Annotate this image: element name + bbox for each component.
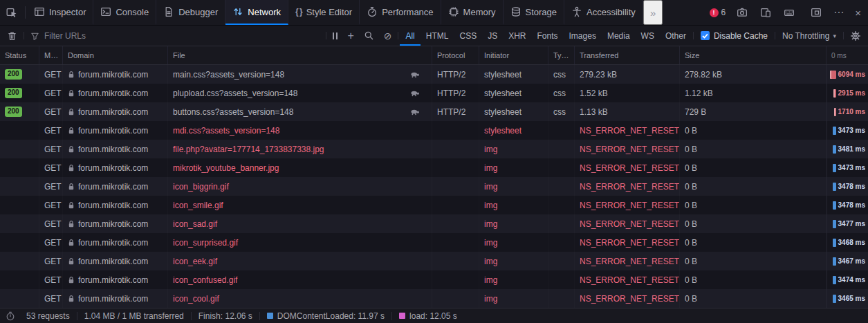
cell-file: mdi.css?assets_version=148 xyxy=(168,121,432,140)
table-row[interactable]: GETforum.mikrotik.comicon_confused.gifim… xyxy=(0,270,868,289)
cell-waterfall: 3465 ms xyxy=(827,289,868,308)
console-icon xyxy=(100,6,111,17)
new-request-button[interactable]: + xyxy=(342,26,358,46)
filter-media-button[interactable]: Media xyxy=(602,26,636,46)
table-row[interactable]: GETforum.mikrotik.comicon_eek.gifimgNS_E… xyxy=(0,252,868,270)
pause-recording-button[interactable] xyxy=(328,26,342,46)
cell-domain: forum.mikrotik.com xyxy=(63,158,168,177)
cell-initiator: img xyxy=(479,270,548,289)
tab-console[interactable]: Console xyxy=(93,0,156,25)
tab-debugger[interactable]: Debugger xyxy=(156,0,225,25)
tab-style-editor[interactable]: { }Style Editor xyxy=(288,0,360,25)
responsive-mode-button[interactable] xyxy=(754,7,777,18)
cell-initiator: img xyxy=(479,289,548,308)
checkbox-checked-icon xyxy=(701,31,710,40)
cell-file: icon_confused.gif xyxy=(168,270,432,289)
tab-network[interactable]: Network xyxy=(225,0,288,25)
iframe-picker-button[interactable] xyxy=(804,7,828,18)
table-row[interactable]: GETforum.mikrotik.comicon_sad.gifimgNS_E… xyxy=(0,214,868,233)
filter-fonts-button[interactable]: Fonts xyxy=(532,26,564,46)
clear-requests-button[interactable] xyxy=(2,26,22,46)
camera-icon xyxy=(737,7,748,18)
table-row[interactable]: 200GETforum.mikrotik.combuttons.css?asse… xyxy=(0,102,868,121)
column-header-initiator[interactable]: Initiator xyxy=(479,46,548,64)
cell-type xyxy=(548,252,575,270)
filter-ws-button[interactable]: WS xyxy=(636,26,660,46)
column-header-status[interactable]: Status xyxy=(0,46,39,64)
separator xyxy=(326,32,326,39)
pause-icon xyxy=(333,33,338,39)
cell-initiator: img xyxy=(479,214,548,233)
column-header-ty[interactable]: Ty… xyxy=(548,46,575,64)
statusbar: 53 requests 1.04 MB / 1 MB transferred F… xyxy=(0,308,868,323)
network-settings-button[interactable] xyxy=(845,26,866,46)
filter-images-button[interactable]: Images xyxy=(564,26,602,46)
tab-performance[interactable]: Performance xyxy=(360,0,441,25)
request-count[interactable]: 53 requests xyxy=(19,311,77,321)
waterfall-bar xyxy=(833,220,836,228)
cell-initiator: img xyxy=(479,252,548,270)
filter-all-button[interactable]: All xyxy=(400,26,420,46)
waterfall-time: 3481 ms xyxy=(838,145,865,153)
search-icon xyxy=(364,30,374,41)
filter-js-button[interactable]: JS xyxy=(482,26,503,46)
tab-inspector[interactable]: Inspector xyxy=(27,0,93,25)
disable-cache-toggle[interactable]: Disable Cache xyxy=(695,26,773,46)
memory-icon xyxy=(448,6,459,17)
filter-html-button[interactable]: HTML xyxy=(421,26,454,46)
table-row[interactable]: GETforum.mikrotik.comicon_surprised.gifi… xyxy=(0,233,868,252)
throttling-select[interactable]: No Throttling ▾ xyxy=(777,26,842,46)
cell-type xyxy=(548,214,575,233)
column-header-domain[interactable]: Domain xyxy=(63,46,168,64)
tab-accessibility[interactable]: Accessibility xyxy=(564,0,643,25)
cell-status xyxy=(0,140,39,158)
tab-storage[interactable]: Storage xyxy=(504,0,565,25)
screenshot-button[interactable] xyxy=(730,7,754,18)
waterfall-time: 3467 ms xyxy=(838,257,865,265)
column-header-waterfall[interactable]: 0 ms xyxy=(827,46,868,64)
requests-table-header: StatusM…DomainFileProtocolInitiatorTy…Tr… xyxy=(0,46,868,65)
table-row[interactable]: GETforum.mikrotik.comicon_biggrin.gifimg… xyxy=(0,177,868,196)
table-row[interactable]: GETforum.mikrotik.commdi.css?assets_vers… xyxy=(0,121,868,140)
cell-transferred: 1.13 kB xyxy=(575,102,680,121)
waterfall-bar xyxy=(833,276,836,284)
cell-size: 0 B xyxy=(680,158,827,177)
column-header-transferred[interactable]: Transferred xyxy=(575,46,680,64)
cell-file: icon_biggrin.gif xyxy=(168,177,432,196)
column-header-size[interactable]: Size xyxy=(680,46,827,64)
node-picker-button[interactable] xyxy=(0,0,24,25)
cell-file: icon_eek.gif xyxy=(168,252,432,270)
cell-size: 729 B xyxy=(680,102,827,121)
table-row[interactable]: 200GETforum.mikrotik.complupload.css?ass… xyxy=(0,84,868,102)
debugger-icon xyxy=(163,6,174,17)
waterfall-bar xyxy=(833,164,836,172)
tabs-overflow-button[interactable]: » xyxy=(643,0,663,25)
cell-file: main.css?assets_version=148 xyxy=(168,65,432,84)
tab-memory[interactable]: Memory xyxy=(441,0,504,25)
keyboard-button[interactable] xyxy=(777,7,801,18)
table-row[interactable]: GETforum.mikrotik.comicon_cool.gifimgNS_… xyxy=(0,289,868,308)
column-header-protocol[interactable]: Protocol xyxy=(432,46,479,64)
filter-xhr-button[interactable]: XHR xyxy=(503,26,531,46)
cell-status: 200 xyxy=(0,84,39,102)
column-header-m[interactable]: M… xyxy=(39,46,63,64)
filter-other-button[interactable]: Other xyxy=(660,26,692,46)
cell-size: 278.82 kB xyxy=(680,65,827,84)
search-button[interactable] xyxy=(359,26,379,46)
lock-icon xyxy=(68,127,75,135)
meatball-menu-button[interactable]: ⋯ xyxy=(828,6,849,19)
close-devtools-button[interactable]: × xyxy=(849,7,867,19)
table-row[interactable]: GETforum.mikrotik.comfile.php?avatar=177… xyxy=(0,140,868,158)
cell-file: mikrotik_youtube_banner.jpg xyxy=(168,158,432,177)
block-requests-button[interactable]: ⊘ xyxy=(379,26,397,46)
filter-css-button[interactable]: CSS xyxy=(454,26,482,46)
filter-url-input[interactable] xyxy=(44,31,320,41)
cell-transferred: 1.52 kB xyxy=(575,84,680,102)
table-row[interactable]: 200GETforum.mikrotik.commain.css?assets_… xyxy=(0,65,868,84)
performance-analysis-icon[interactable] xyxy=(0,311,19,321)
table-row[interactable]: GETforum.mikrotik.comicon_smile.gifimgNS… xyxy=(0,196,868,214)
cell-protocol xyxy=(432,158,479,177)
column-header-file[interactable]: File xyxy=(168,46,432,64)
table-row[interactable]: GETforum.mikrotik.commikrotik_youtube_ba… xyxy=(0,158,868,177)
error-count-badge[interactable]: ! 6 xyxy=(705,8,731,17)
